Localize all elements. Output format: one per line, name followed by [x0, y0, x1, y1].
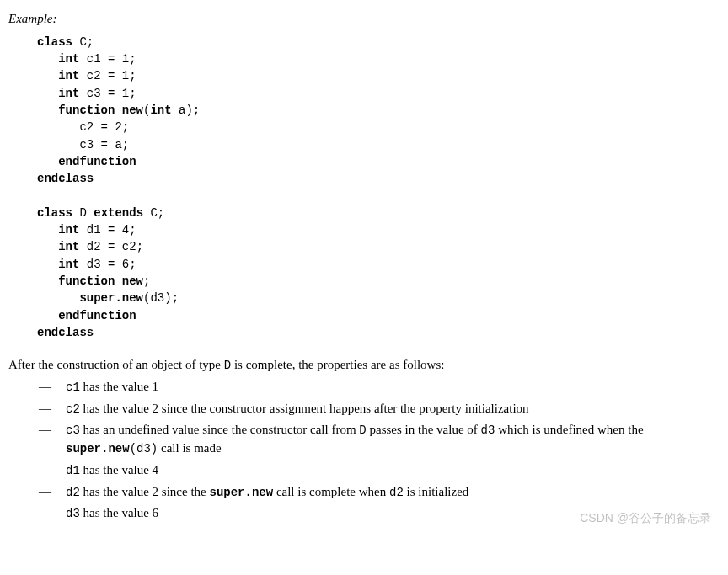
code-text: d2 = c2;: [79, 240, 143, 253]
code-text: c2 = 2;: [37, 120, 129, 134]
kw-super-new: super.new: [37, 291, 143, 305]
code-text: d1 = 4;: [79, 223, 136, 237]
text: which is undefined when the: [495, 423, 643, 436]
kw-endclass: endclass: [37, 172, 94, 185]
code-text: c3 = a;: [37, 138, 129, 152]
list-item: — d3 has the value 6: [39, 504, 720, 523]
text: has the value 2 since the: [80, 485, 210, 498]
list-body: c1 has the value 1: [66, 378, 720, 397]
var-c3: c3: [66, 423, 80, 437]
kw-endfunction: endfunction: [37, 309, 136, 322]
kw-class: class: [37, 206, 72, 220]
kw-function-new: function new: [37, 274, 143, 288]
type-d: D: [359, 423, 366, 437]
dash-icon: —: [39, 461, 66, 480]
kw-class: class: [37, 35, 72, 49]
code-text: ;: [143, 274, 150, 288]
dash-icon: —: [39, 421, 66, 439]
var-d1: d1: [66, 464, 80, 477]
kw-int: int: [37, 87, 79, 100]
dash-icon: —: [39, 504, 66, 523]
var-d2: d2: [389, 486, 404, 499]
type-d: D: [224, 359, 231, 372]
intro-text: is complete, the properties are as follo…: [231, 358, 444, 371]
dash-icon: —: [39, 400, 66, 418]
kw-int: int: [37, 52, 79, 66]
kw-function-new: function new: [37, 104, 143, 117]
list-item: — c3 has an undefined value since the co…: [39, 421, 720, 458]
text: has the value 1: [80, 380, 158, 393]
text: has an undefined value since the constru…: [80, 423, 360, 436]
code-text: d3 = 6;: [79, 258, 136, 271]
dash-icon: —: [39, 378, 66, 397]
super-new-call: super.new: [210, 486, 274, 499]
text: call is complete when: [273, 485, 389, 498]
list-body: c2 has the value 2 since the constructor…: [66, 400, 720, 418]
list-body: d1 has the value 4: [66, 461, 720, 480]
kw-int: int: [37, 258, 79, 271]
code-text: C;: [143, 206, 164, 220]
text: has the value 6: [80, 506, 158, 519]
kw-int: int: [37, 69, 79, 83]
list-item: — d1 has the value 4: [39, 461, 720, 480]
list-item: — c1 has the value 1: [39, 378, 720, 397]
var-d3: d3: [66, 507, 80, 520]
intro-text: After the construction of an object of t…: [8, 358, 224, 371]
text: has the value 2 since the constructor as…: [80, 402, 529, 415]
list-body: d2 has the value 2 since the super.new c…: [66, 483, 720, 502]
code-text: C;: [72, 35, 94, 49]
list-item: — c2 has the value 2 since the construct…: [39, 400, 720, 418]
list-body: c3 has an undefined value since the cons…: [66, 421, 720, 458]
code-text: c1 = 1;: [79, 52, 136, 66]
kw-endclass: endclass: [37, 326, 94, 339]
var-d3: d3: [481, 423, 495, 437]
text: call is made: [158, 441, 221, 455]
kw-endfunction: endfunction: [37, 155, 136, 168]
code-text: a);: [172, 104, 201, 117]
var-d2: d2: [66, 486, 80, 499]
var-c1: c1: [66, 381, 80, 394]
intro-paragraph: After the construction of an object of t…: [8, 356, 720, 375]
list-item: — d2 has the value 2 since the super.new…: [39, 483, 720, 502]
dash-icon: —: [39, 483, 66, 502]
properties-list: — c1 has the value 1 — c2 has the value …: [39, 378, 720, 523]
code-text: c2 = 1;: [79, 69, 136, 83]
list-body: d3 has the value 6: [66, 504, 720, 523]
kw-int: int: [37, 223, 79, 237]
var-c2: c2: [66, 402, 80, 416]
super-new-arg: (d3): [130, 442, 158, 455]
code-text: D: [72, 206, 94, 220]
code-text: (d3);: [143, 291, 179, 305]
kw-int: int: [150, 104, 171, 117]
kw-int: int: [37, 240, 79, 253]
text: passes in the value of: [367, 423, 481, 436]
kw-extends: extends: [94, 206, 143, 220]
code-text: c3 = 1;: [79, 87, 136, 100]
text: is initialized: [404, 485, 468, 498]
super-new-call: super.new: [66, 442, 130, 455]
example-label: Example:: [8, 10, 720, 29]
code-block: class C; int c1 = 1; int c2 = 1; int c3 …: [37, 34, 720, 341]
text: has the value 4: [80, 463, 158, 477]
